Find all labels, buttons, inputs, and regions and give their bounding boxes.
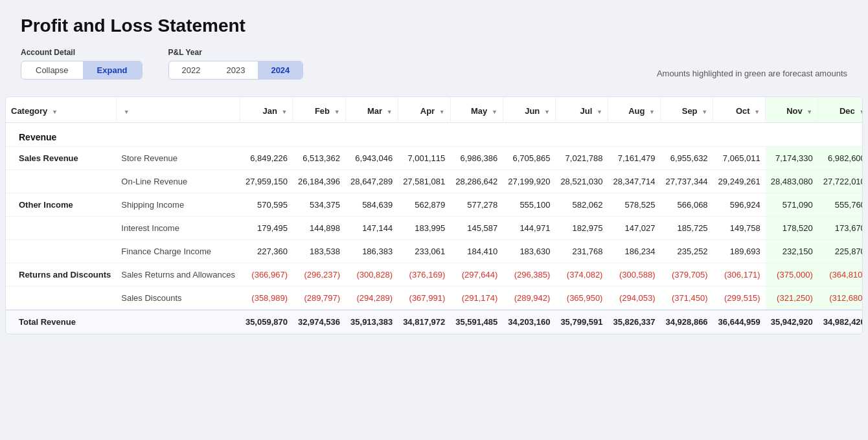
th-feb[interactable]: Feb ▼ — [293, 97, 345, 123]
cell-oct: 596,924 — [713, 193, 766, 217]
may-sort-icon: ▼ — [492, 109, 497, 115]
th-apr[interactable]: Apr ▼ — [398, 97, 450, 123]
cell-sep: 6,955,632 — [661, 147, 713, 170]
cell-aug: 28,347,714 — [608, 170, 660, 193]
cell-feb: 534,375 — [293, 193, 345, 217]
cell-oct: (306,171) — [713, 263, 766, 287]
category-sort-icon: ▼ — [52, 109, 58, 115]
cell-oct: 149,758 — [713, 217, 766, 240]
th-aug[interactable]: Aug ▼ — [608, 97, 660, 123]
cell-nov: 571,090 — [766, 193, 818, 217]
cell-jul: 231,768 — [555, 240, 608, 263]
cell-jun: 555,100 — [503, 193, 555, 217]
cell-oct: (299,515) — [713, 287, 766, 311]
cell-feb: (296,237) — [293, 263, 345, 287]
jul-sort-icon: ▼ — [597, 109, 602, 115]
cell-feb: 183,538 — [293, 240, 345, 263]
cell-subcategory: Sales Discounts — [116, 287, 240, 311]
cell-jun: 183,630 — [503, 240, 555, 263]
th-jun[interactable]: Jun ▼ — [503, 97, 555, 123]
cell-mar: 147,144 — [345, 217, 398, 240]
cell-jan: 227,360 — [240, 240, 293, 263]
total-oct: 36,644,959 — [713, 310, 766, 334]
cell-dec: 173,670 — [818, 217, 863, 240]
sub-sort-icon: ▼ — [124, 109, 130, 115]
cell-nov: (321,250) — [766, 287, 818, 311]
cell-mar: (300,828) — [345, 263, 398, 287]
total-apr: 34,817,972 — [398, 310, 450, 334]
cell-aug: 186,234 — [608, 240, 660, 263]
th-dec[interactable]: Dec ▼ — [818, 97, 863, 123]
cell-category: Returns and Discounts — [6, 263, 116, 287]
cell-oct: 189,693 — [713, 240, 766, 263]
pl-year-group: P&L Year 2022 2023 2024 — [168, 48, 304, 80]
total-mar: 35,913,383 — [345, 310, 398, 334]
th-mar[interactable]: Mar ▼ — [345, 97, 398, 123]
cell-oct: 29,249,261 — [713, 170, 766, 193]
cell-jun: 6,705,865 — [503, 147, 555, 170]
oct-sort-icon: ▼ — [754, 109, 760, 115]
cell-jan: 179,495 — [240, 217, 293, 240]
cell-nov: 178,520 — [766, 217, 818, 240]
cell-dec: 555,760 — [818, 193, 863, 217]
cell-mar: 6,943,046 — [345, 147, 398, 170]
total-feb: 32,974,536 — [293, 310, 345, 334]
year-selector: 2022 2023 2024 — [168, 61, 304, 80]
account-detail-label: Account Detail — [21, 48, 143, 57]
cell-dec: (364,810) — [818, 263, 863, 287]
th-may[interactable]: May ▼ — [450, 97, 503, 123]
th-jan[interactable]: Jan ▼ — [240, 97, 293, 123]
table-row: Returns and DiscountsSales Returns and A… — [6, 263, 863, 287]
cell-may: 184,410 — [450, 240, 503, 263]
th-sep[interactable]: Sep ▼ — [661, 97, 713, 123]
total-revenue-row: Total Revenue35,059,87032,974,53635,913,… — [6, 310, 863, 334]
cell-nov: 7,174,330 — [766, 147, 818, 170]
cell-may: 145,587 — [450, 217, 503, 240]
cell-nov: 28,483,080 — [766, 170, 818, 193]
cell-subcategory: Finance Charge Income — [116, 240, 240, 263]
cell-jan: 570,595 — [240, 193, 293, 217]
section-header-row: Revenue — [6, 123, 863, 147]
cell-dec: 6,982,600 — [818, 147, 863, 170]
total-sub — [116, 310, 240, 334]
cell-sep: 235,252 — [661, 240, 713, 263]
nov-sort-icon: ▼ — [806, 109, 812, 115]
year-2024-button[interactable]: 2024 — [258, 61, 303, 79]
expand-button[interactable]: Expand — [83, 61, 142, 79]
cell-jul: 182,975 — [555, 217, 608, 240]
cell-apr: 183,995 — [398, 217, 450, 240]
cell-jun: 27,199,920 — [503, 170, 555, 193]
th-category[interactable]: Category ▼ — [6, 97, 116, 123]
th-nov[interactable]: Nov ▼ — [766, 97, 818, 123]
cell-aug: 7,161,479 — [608, 147, 660, 170]
cell-jun: (296,385) — [503, 263, 555, 287]
table-body: RevenueSales RevenueStore Revenue6,849,2… — [6, 123, 863, 334]
cell-apr: (367,991) — [398, 287, 450, 311]
cell-apr: 27,581,081 — [398, 170, 450, 193]
total-sep: 34,928,866 — [661, 310, 713, 334]
cell-subcategory: On-Line Revenue — [116, 170, 240, 193]
table-row: Other IncomeShipping Income570,595534,37… — [6, 193, 863, 217]
pl-table: Category ▼ ▼ Jan ▼ Feb ▼ Mar ▼ — [6, 97, 863, 334]
cell-apr: (376,169) — [398, 263, 450, 287]
table-row: On-Line Revenue27,959,15026,184,39628,64… — [6, 170, 863, 193]
th-jul[interactable]: Jul ▼ — [555, 97, 608, 123]
section-label: Revenue — [6, 123, 863, 147]
cell-sep: (379,705) — [661, 263, 713, 287]
header-section: Profit and Loss Statement Account Detail… — [0, 0, 868, 91]
cell-sep: 185,725 — [661, 217, 713, 240]
year-2023-button[interactable]: 2023 — [213, 61, 258, 79]
apr-sort-icon: ▼ — [439, 109, 445, 115]
collapse-button[interactable]: Collapse — [21, 61, 83, 79]
year-2022-button[interactable]: 2022 — [169, 61, 214, 79]
cell-sep: (371,450) — [661, 287, 713, 311]
feb-sort-icon: ▼ — [334, 109, 340, 115]
cell-mar: 186,383 — [345, 240, 398, 263]
total-nov: 35,942,920 — [766, 310, 818, 334]
mar-sort-icon: ▼ — [387, 109, 393, 115]
cell-aug: 147,027 — [608, 217, 660, 240]
page-title: Profit and Loss Statement — [21, 16, 847, 36]
th-oct[interactable]: Oct ▼ — [713, 97, 766, 123]
th-subcategory[interactable]: ▼ — [116, 97, 240, 123]
total-label: Total Revenue — [6, 310, 116, 334]
